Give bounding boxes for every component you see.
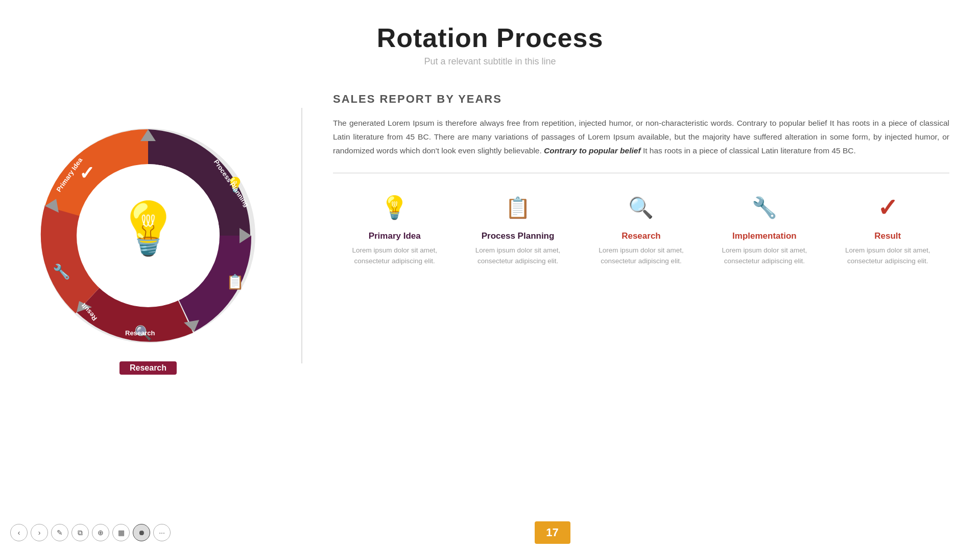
vertical-divider xyxy=(301,108,302,363)
diagram-area: 💡 Primary Idea 💡 📋 🔍 🔧 ✓ Primary Idea Pr xyxy=(0,87,296,384)
item-implementation: 🔧 Implementation Lorem ipsum dolor sit a… xyxy=(719,191,810,266)
research-desc: Lorem ipsum dolor sit amet, consectetur … xyxy=(595,245,687,266)
primary-idea-desc: Lorem ipsum dolor sit amet, consectetur … xyxy=(349,245,441,266)
item-research: 🔍 Research Lorem ipsum dolor sit amet, c… xyxy=(595,191,687,266)
seg-icon-process: 📋 xyxy=(226,273,244,290)
item-primary-idea: 💡 Primary Idea Lorem ipsum dolor sit ame… xyxy=(349,191,441,266)
research-icon: 🔍 xyxy=(625,191,657,224)
page-subtitle: Put a relevant subtitle in this line xyxy=(0,56,980,67)
page-number: 17 xyxy=(535,521,570,544)
next-button[interactable]: › xyxy=(31,524,48,541)
body-text-1: The generated Lorem Ipsum is therefore a… xyxy=(333,119,949,155)
icon-row: 💡 Primary Idea Lorem ipsum dolor sit ame… xyxy=(333,191,949,266)
item-process-planning: 📋 Process Planning Lorem ipsum dolor sit… xyxy=(472,191,564,266)
rotation-diagram: 💡 Primary Idea 💡 📋 🔍 🔧 ✓ Primary Idea Pr xyxy=(31,118,266,353)
nav-controls: ‹ › ✎ ⧉ ⊕ ▦ ⏺ ··· xyxy=(10,524,171,541)
sales-body: The generated Lorem Ipsum is therefore a… xyxy=(333,116,949,157)
research-label: Research xyxy=(119,361,177,375)
prev-button[interactable]: ‹ xyxy=(10,524,28,541)
process-planning-icon: 📋 xyxy=(501,191,534,224)
sales-title: SALES REPORT BY YEARS xyxy=(333,93,949,106)
item-result: ✓ Result Lorem ipsum dolor sit amet, con… xyxy=(842,191,934,266)
main-content: 💡 Primary Idea 💡 📋 🔍 🔧 ✓ Primary Idea Pr xyxy=(0,87,980,384)
seg-text-research: Research xyxy=(125,329,155,337)
more-button[interactable]: ··· xyxy=(153,524,171,541)
process-planning-desc: Lorem ipsum dolor sit amet, consectetur … xyxy=(472,245,564,266)
seg-icon-result: ✓ xyxy=(79,163,94,183)
page-header: Rotation Process Put a relevant subtitle… xyxy=(0,0,980,67)
page-title: Rotation Process xyxy=(0,22,980,53)
primary-idea-icon: 💡 xyxy=(378,191,411,224)
research-label-text: Research xyxy=(622,231,661,241)
grid-button[interactable]: ▦ xyxy=(112,524,130,541)
bottom-bar: ‹ › ✎ ⧉ ⊕ ▦ ⏺ ··· 17 xyxy=(0,521,980,551)
zoom-button[interactable]: ⊕ xyxy=(92,524,109,541)
result-label: Result xyxy=(874,231,901,241)
process-planning-label: Process Planning xyxy=(482,231,555,241)
seg-icon-impl: 🔧 xyxy=(53,263,70,280)
result-desc: Lorem ipsum dolor sit amet, consectetur … xyxy=(842,245,934,266)
result-icon: ✓ xyxy=(871,191,904,224)
content-divider xyxy=(333,173,949,173)
content-area: SALES REPORT BY YEARS The generated Lore… xyxy=(307,87,980,384)
body-text-2: It has roots in a piece of classical Lat… xyxy=(643,146,856,155)
edit-button[interactable]: ✎ xyxy=(51,524,68,541)
implementation-icon: 🔧 xyxy=(748,191,781,224)
primary-idea-label: Primary Idea xyxy=(369,231,421,241)
implementation-desc: Lorem ipsum dolor sit amet, consectetur … xyxy=(719,245,810,266)
body-italic: Contrary to popular belief xyxy=(544,146,640,155)
copy-button[interactable]: ⧉ xyxy=(71,524,89,541)
center-bulb-icon: 💡 xyxy=(116,198,180,259)
video-button[interactable]: ⏺ xyxy=(133,524,150,541)
label-primary-idea: Primary Idea xyxy=(31,118,77,120)
implementation-label: Implementation xyxy=(732,231,797,241)
